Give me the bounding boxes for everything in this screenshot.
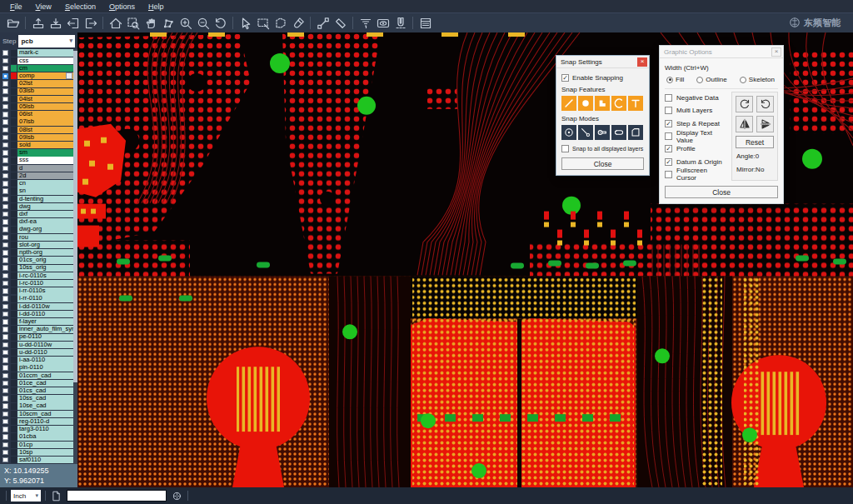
- checkbox-icon[interactable]: [561, 145, 569, 152]
- layer-visibility-checkbox[interactable]: [0, 327, 11, 332]
- layer-color-swatch[interactable]: [11, 172, 17, 179]
- command-input[interactable]: [67, 490, 167, 502]
- close-icon[interactable]: ×: [637, 57, 647, 67]
- page-arrow-right-icon[interactable]: [82, 14, 99, 32]
- layer-visibility-checkbox[interactable]: [0, 135, 11, 141]
- layer-color-swatch[interactable]: [11, 265, 17, 272]
- reset-button[interactable]: Reset: [736, 136, 774, 148]
- layer-color-swatch[interactable]: [11, 257, 17, 263]
- mode-key-icon[interactable]: [595, 125, 610, 140]
- layer-color-swatch[interactable]: [11, 426, 17, 432]
- layer-color-swatch[interactable]: [11, 380, 17, 387]
- layer-color-swatch[interactable]: [11, 72, 17, 79]
- layer-color-swatch[interactable]: [11, 303, 17, 310]
- layer-visibility-checkbox[interactable]: [0, 81, 11, 87]
- layer-name[interactable]: 03lsb: [17, 88, 77, 95]
- layer-name[interactable]: slot-org: [17, 242, 77, 248]
- layer-name[interactable]: u-dd-0110: [17, 349, 77, 356]
- layer-visibility-checkbox[interactable]: [0, 50, 11, 56]
- zoom-in-icon[interactable]: [177, 14, 194, 32]
- layer-name[interactable]: 10ss_orig: [17, 265, 77, 272]
- layer-color-swatch[interactable]: [11, 442, 17, 448]
- layer-name[interactable]: 10ss_cad: [17, 395, 77, 402]
- layer-name[interactable]: 01cs_cad: [17, 387, 77, 394]
- checkbox-icon[interactable]: ✓: [561, 74, 569, 82]
- layer-row[interactable]: f-layer: [0, 318, 77, 326]
- layer-row[interactable]: 09lsb: [0, 133, 77, 141]
- layer-color-swatch[interactable]: [11, 364, 17, 371]
- layer-visibility-checkbox[interactable]: [0, 273, 11, 279]
- layer-visibility-checkbox[interactable]: [0, 166, 11, 172]
- feat-arc-icon[interactable]: [611, 96, 626, 111]
- feat-text-icon[interactable]: [628, 96, 643, 111]
- layer-visibility-checkbox[interactable]: [0, 58, 11, 64]
- layer-name[interactable]: 09lsb: [17, 134, 77, 141]
- layer-visibility-checkbox[interactable]: [0, 427, 11, 432]
- layer-color-swatch[interactable]: [11, 334, 17, 341]
- layer-visibility-checkbox[interactable]: [0, 365, 11, 371]
- layer-row[interactable]: 10ss_orig: [0, 264, 77, 272]
- layer-name[interactable]: dxf-ea: [17, 218, 77, 225]
- layer-name[interactable]: dwg: [17, 203, 77, 210]
- menu-item-help[interactable]: Help: [142, 2, 171, 12]
- checkbox-icon[interactable]: [665, 132, 672, 140]
- layer-color-swatch[interactable]: [11, 187, 17, 194]
- layer-name[interactable]: targ3-0110: [17, 426, 77, 432]
- snap-close-button[interactable]: Close: [561, 157, 644, 170]
- layer-color-swatch[interactable]: [11, 203, 17, 210]
- snap-all-layers-checkbox[interactable]: Snap to all displayed layers: [561, 145, 644, 152]
- layer-name[interactable]: 06lst: [17, 111, 77, 117]
- layer-row[interactable]: npth-org: [0, 249, 77, 257]
- graphic-checkbox-multi-layers[interactable]: Multi Layers: [665, 104, 728, 117]
- feat-pad-icon[interactable]: [578, 96, 593, 111]
- layer-visibility-checkbox[interactable]: [0, 412, 11, 417]
- layer-name[interactable]: i-dd-0110: [17, 311, 77, 317]
- layer-visibility-checkbox[interactable]: [0, 112, 11, 117]
- layer-row[interactable]: sm: [0, 149, 77, 157]
- layer-color-swatch[interactable]: [11, 249, 17, 256]
- pcb-viewport[interactable]: Snap Settings × ✓ Enable Snapping Snap F…: [77, 32, 853, 487]
- locate-icon[interactable]: [171, 490, 183, 502]
- layer-name[interactable]: d: [17, 165, 77, 172]
- mode-point-icon[interactable]: [578, 125, 593, 140]
- menu-item-file[interactable]: File: [3, 2, 29, 12]
- layer-visibility-checkbox[interactable]: [0, 457, 11, 463]
- layer-name[interactable]: pe-0110: [17, 334, 77, 341]
- layer-visibility-checkbox[interactable]: [0, 288, 11, 294]
- layer-name[interactable]: i-rr-0110: [17, 295, 77, 302]
- layer-color-swatch[interactable]: [11, 149, 17, 156]
- layer-name[interactable]: sm: [17, 149, 77, 156]
- layer-row[interactable]: 03lsb: [0, 87, 77, 95]
- layer-visibility-checkbox[interactable]: [0, 357, 11, 363]
- width-radio-skeleton[interactable]: Skeleton: [740, 76, 775, 83]
- layer-name[interactable]: u-dd-0110w: [17, 342, 77, 348]
- layer-name[interactable]: comp: [17, 72, 77, 79]
- layer-name[interactable]: 10sp: [17, 449, 77, 456]
- layer-row[interactable]: targ3-0110: [0, 426, 77, 433]
- layer-name[interactable]: 01ce_cad: [17, 380, 77, 387]
- layer-row[interactable]: 10sp: [0, 448, 77, 456]
- layer-name[interactable]: inner_auto_film_symb: [17, 326, 77, 332]
- layer-visibility-checkbox[interactable]: [0, 312, 11, 317]
- select-arrow-icon[interactable]: [237, 14, 254, 32]
- layer-name[interactable]: 01cba: [17, 433, 77, 440]
- flip-vertical-icon[interactable]: [756, 116, 774, 132]
- layer-name[interactable]: reg-0110-d: [17, 418, 77, 425]
- layer-name[interactable]: 04lst: [17, 96, 77, 102]
- layer-color-swatch[interactable]: [11, 57, 17, 64]
- layer-name[interactable]: sold: [17, 142, 77, 148]
- mode-center-icon[interactable]: [561, 125, 576, 140]
- menu-item-view[interactable]: View: [29, 2, 58, 12]
- layer-row[interactable]: rou: [0, 233, 77, 241]
- layer-visibility-checkbox[interactable]: [0, 173, 11, 179]
- layer-row[interactable]: i-dd-0110w: [0, 302, 77, 310]
- layer-color-swatch[interactable]: [11, 127, 17, 133]
- snap-dialog-titlebar[interactable]: Snap Settings ×: [556, 56, 649, 68]
- feat-line-icon[interactable]: [561, 96, 576, 111]
- layer-row[interactable]: 01cs_cad: [0, 387, 77, 395]
- layer-visibility-checkbox[interactable]: [0, 235, 11, 241]
- layer-row[interactable]: 01ccm_cad: [0, 372, 77, 379]
- layer-name[interactable]: f-layer: [17, 318, 77, 325]
- layer-name[interactable]: pin-0110: [17, 364, 77, 371]
- layer-name[interactable]: 05lsb: [17, 103, 77, 110]
